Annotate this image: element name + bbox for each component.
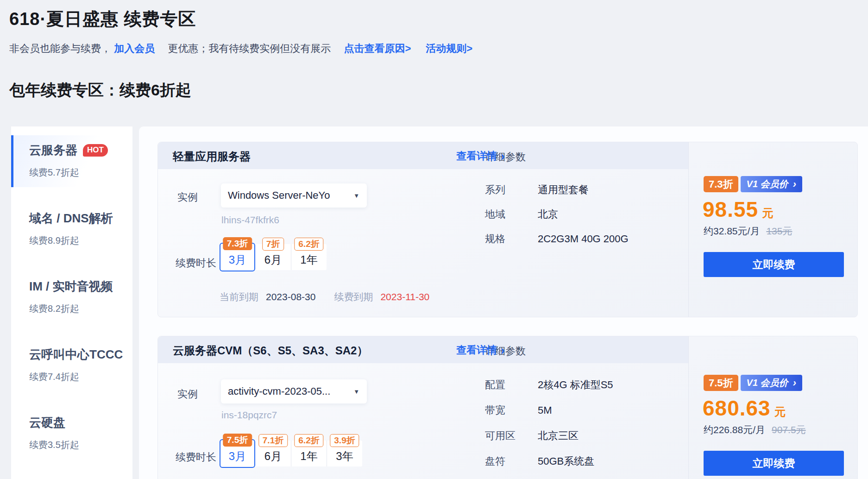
sidebar-item-subtitle: 续费8.9折起 — [29, 234, 132, 247]
renew-now-button[interactable]: 立即续费 — [704, 252, 844, 277]
price-monthly-row: 约226.88元/月 907.5元 — [704, 423, 806, 436]
instance-label: 实例 — [177, 190, 198, 204]
duration-option-1y[interactable]: 6.2折 1年 — [291, 441, 327, 466]
duration-tabs: 7.5折 3月 7.1折 6月 6.2折 1年 3.9折 3年 — [220, 441, 362, 466]
duration-label: 续费时长 — [176, 256, 216, 270]
spec-value: 50GB系统盘 — [538, 455, 594, 467]
card-title: 云服务器CVM（S6、S5、SA3、SA2） — [173, 343, 368, 358]
duration-option-label: 3年 — [336, 449, 353, 464]
vip-price-badge[interactable]: V1 会员价 › — [741, 176, 802, 192]
price-monthly: 约32.85元/月 — [704, 225, 760, 238]
category-sidebar: 云服务器 HOT 续费5.7折起 域名 / DNS解析 续费8.9折起 IM /… — [11, 126, 132, 479]
spec-label: 可用区 — [485, 430, 538, 442]
sidebar-item-domain-dns[interactable]: 域名 / DNS解析 续费8.9折起 — [11, 203, 132, 255]
renewal-promo-page: 618·夏日盛惠 续费专区 非会员也能参与续费， 加入会员 更优惠；我有待续费实… — [0, 0, 868, 479]
duration-option-6m[interactable]: 7折 6月 — [255, 244, 291, 270]
price-monthly-row: 约32.85元/月 135元 — [704, 225, 792, 238]
current-expire-date: 2023-08-30 — [266, 291, 315, 303]
price-amount-row: 680.63 元 — [703, 396, 786, 421]
duration-tabs: 7.3折 3月 7折 6月 6.2折 1年 — [220, 244, 327, 270]
spec-label: 地域 — [485, 208, 538, 221]
spec-value: 北京三区 — [538, 430, 579, 442]
sidebar-item-cloud-server[interactable]: 云服务器 HOT 续费5.7折起 — [11, 135, 132, 187]
sidebar-item-title: IM / 实时音视频 — [29, 279, 113, 293]
spec-value: 北京 — [538, 208, 558, 221]
price-original: 907.5元 — [772, 423, 806, 436]
caret-down-icon: ▼ — [353, 192, 359, 199]
duration-label: 续费时长 — [176, 450, 216, 464]
instance-label: 实例 — [177, 387, 198, 401]
duration-option-3m[interactable]: 7.3折 3月 — [220, 243, 255, 271]
view-details-link[interactable]: 查看详情 › — [456, 149, 505, 163]
current-expire-label: 当前到期 — [220, 290, 258, 303]
subtitle-text-2: 更优惠；我有待续费实例但没有展示 — [168, 43, 331, 54]
sidebar-item-subtitle: 续费7.4折起 — [29, 371, 132, 383]
renew-expire-label: 续费到期 — [334, 290, 373, 303]
sidebar-item-subtitle: 续费8.2折起 — [29, 303, 132, 315]
price-discount-badge: 7.3折 — [704, 176, 738, 192]
sidebar-item-cbs[interactable]: 云硬盘 续费3.5折起 — [11, 408, 132, 460]
price-amount: 680.63 — [703, 396, 771, 421]
spec-row: 系列 通用型套餐 — [485, 184, 629, 196]
instance-select[interactable]: Windows Server-NeYo ▼ — [221, 183, 367, 208]
spec-list: 配置 2核4G 标准型S5 带宽 5M 可用区 北京三区 盘符 50GB系统盘 — [485, 379, 613, 467]
spec-list: 系列 通用型套餐 地域 北京 规格 2C2G3M 40G 200G — [485, 184, 629, 245]
duration-option-label: 1年 — [300, 252, 317, 267]
duration-option-label: 6月 — [264, 252, 282, 267]
price-amount-row: 98.55 元 — [703, 197, 773, 222]
duration-option-3m[interactable]: 7.5折 3月 — [220, 439, 255, 468]
view-details-link[interactable]: 查看详情 › — [456, 343, 505, 357]
spec-value: 通用型套餐 — [538, 184, 589, 196]
spec-value: 2核4G 标准型S5 — [538, 379, 613, 391]
chevron-right-icon: › — [501, 151, 505, 161]
spec-row: 规格 2C2G3M 40G 200G — [485, 233, 629, 245]
discount-badge: 3.9折 — [330, 434, 359, 447]
chevron-right-icon: › — [793, 178, 796, 190]
view-reason-link[interactable]: 点击查看原因> — [344, 43, 411, 54]
vip-price-badge[interactable]: V1 会员价 › — [741, 375, 802, 391]
spec-row: 地域 北京 — [485, 208, 629, 221]
card-title: 轻量应用服务器 — [173, 149, 251, 164]
sidebar-item-im-trtc[interactable]: IM / 实时音视频 续费8.2折起 — [11, 271, 132, 323]
discount-badge: 6.2折 — [294, 434, 323, 447]
duration-option-label: 1年 — [300, 449, 317, 464]
activity-rules-link[interactable]: 活动规则> — [426, 43, 472, 54]
spec-label: 盘符 — [485, 455, 538, 467]
product-card-lighthouse: 轻量应用服务器 详细参数 查看详情 › 实例 Windows Server-Ne… — [157, 142, 858, 317]
view-details-label: 查看详情 — [456, 343, 497, 357]
discount-badge: 7.3折 — [223, 237, 252, 250]
renew-expire-date: 2023-11-30 — [380, 291, 429, 303]
chevron-right-icon: › — [501, 345, 505, 355]
caret-down-icon: ▼ — [353, 388, 359, 395]
discount-badge: 6.2折 — [294, 238, 323, 251]
duration-option-3y[interactable]: 3.9折 3年 — [327, 441, 362, 466]
price-original: 135元 — [766, 225, 792, 238]
price-monthly: 约226.88元/月 — [704, 423, 765, 436]
sidebar-item-title: 云呼叫中心TCCC — [29, 347, 123, 361]
price-panel: 7.3折 V1 会员价 › 98.55 元 约32.85元/月 135元 立即续… — [689, 142, 858, 317]
sidebar-item-tccc[interactable]: 云呼叫中心TCCC 续费7.4折起 — [11, 340, 132, 391]
instance-select-value: activity-cvm-2023-05... — [228, 385, 330, 397]
instance-select-value: Windows Server-NeYo — [228, 189, 330, 202]
duration-option-1y[interactable]: 6.2折 1年 — [291, 244, 327, 270]
discount-badge: 7.5折 — [223, 434, 252, 447]
price-unit: 元 — [774, 404, 786, 419]
spec-value: 5M — [538, 404, 552, 416]
spec-row: 带宽 5M — [485, 404, 613, 416]
card-header: 轻量应用服务器 详细参数 查看详情 › — [158, 142, 688, 169]
duration-option-label: 6月 — [264, 449, 282, 464]
renew-now-button[interactable]: 立即续费 — [704, 451, 844, 476]
instance-select[interactable]: activity-cvm-2023-05... ▼ — [221, 379, 367, 403]
price-discount-badge: 7.5折 — [704, 375, 738, 391]
spec-value: 2C2G3M 40G 200G — [538, 233, 629, 245]
price-panel: 7.5折 V1 会员价 › 680.63 元 约226.88元/月 907.5元… — [689, 336, 858, 479]
vip-price-label: V1 会员价 — [747, 178, 788, 190]
page-title: 618·夏日盛惠 续费专区 — [9, 7, 196, 31]
price-badges: 7.3折 V1 会员价 › — [704, 176, 802, 192]
spec-label: 规格 — [485, 233, 538, 245]
duration-option-6m[interactable]: 7.1折 6月 — [255, 441, 291, 466]
join-member-link[interactable]: 加入会员 — [114, 43, 155, 54]
spec-row: 盘符 50GB系统盘 — [485, 455, 613, 467]
discount-badge: 7折 — [262, 238, 284, 251]
sidebar-item-title: 云服务器 — [29, 143, 77, 157]
